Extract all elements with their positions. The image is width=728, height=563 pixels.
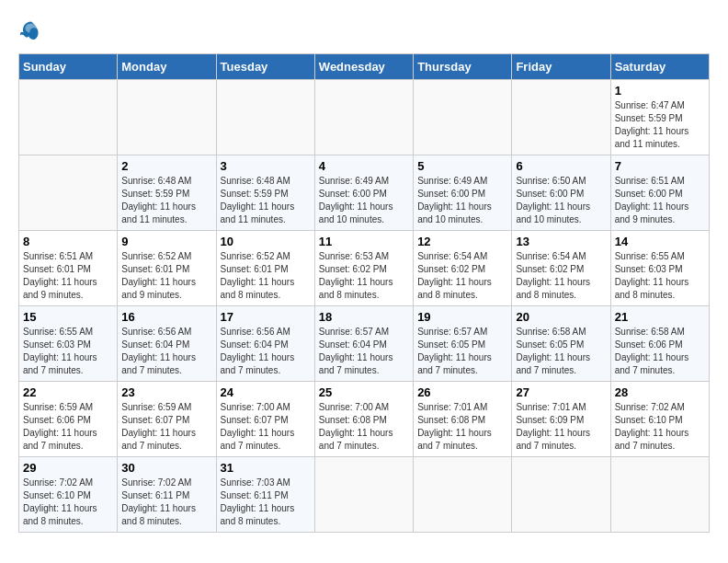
day-cell: 25 Sunrise: 7:00 AMSunset: 6:08 PMDaylig… (314, 382, 413, 457)
day-cell: 22 Sunrise: 6:59 AMSunset: 6:06 PMDaylig… (19, 382, 118, 457)
day-number: 11 (319, 235, 409, 248)
day-cell: 14 Sunrise: 6:55 AMSunset: 6:03 PMDaylig… (610, 231, 709, 306)
empty-day-cell (414, 80, 512, 155)
day-info: Sunrise: 6:52 AMSunset: 6:01 PMDaylight:… (121, 251, 196, 300)
day-info: Sunrise: 7:00 AMSunset: 6:07 PMDaylight:… (221, 402, 295, 451)
day-info: Sunrise: 6:55 AMSunset: 6:03 PMDaylight:… (615, 251, 689, 300)
day-number: 1 (615, 84, 705, 98)
day-cell: 1 Sunrise: 6:47 AMSunset: 5:59 PMDayligh… (610, 80, 709, 155)
day-cell: 5 Sunrise: 6:49 AMSunset: 6:00 PMDayligh… (414, 155, 512, 231)
day-info: Sunrise: 6:56 AMSunset: 6:04 PMDaylight:… (121, 327, 196, 375)
day-number: 13 (516, 235, 606, 248)
day-info: Sunrise: 6:57 AMSunset: 6:05 PMDaylight:… (417, 327, 492, 375)
weekday-header: Tuesday (216, 54, 314, 80)
empty-day-cell (512, 80, 610, 155)
day-number: 25 (319, 385, 409, 399)
day-cell: 8 Sunrise: 6:51 AMSunset: 6:01 PMDayligh… (19, 231, 118, 306)
day-number: 22 (23, 385, 113, 399)
day-info: Sunrise: 6:51 AMSunset: 6:01 PMDaylight:… (23, 251, 97, 300)
day-number: 23 (121, 385, 211, 399)
day-cell: 11 Sunrise: 6:53 AMSunset: 6:02 PMDaylig… (314, 231, 413, 306)
day-info: Sunrise: 7:02 AMSunset: 6:10 PMDaylight:… (615, 402, 689, 451)
day-info: Sunrise: 6:57 AMSunset: 6:04 PMDaylight:… (319, 327, 393, 375)
day-number: 9 (121, 235, 211, 248)
empty-day-cell (414, 457, 512, 533)
page-header (18, 18, 710, 44)
day-number: 4 (319, 159, 409, 173)
weekday-header: Wednesday (314, 54, 413, 80)
day-info: Sunrise: 6:51 AMSunset: 6:00 PMDaylight:… (615, 176, 689, 224)
empty-day-cell (314, 457, 413, 533)
day-cell: 6 Sunrise: 6:50 AMSunset: 6:00 PMDayligh… (512, 155, 610, 231)
day-info: Sunrise: 6:47 AMSunset: 5:59 PMDaylight:… (615, 100, 689, 149)
day-cell: 7 Sunrise: 6:51 AMSunset: 6:00 PMDayligh… (610, 155, 709, 231)
day-number: 2 (121, 159, 211, 173)
day-cell: 29 Sunrise: 7:02 AMSunset: 6:10 PMDaylig… (19, 457, 118, 533)
day-number: 6 (516, 159, 606, 173)
day-number: 27 (516, 385, 606, 399)
day-number: 21 (615, 310, 705, 324)
day-info: Sunrise: 6:48 AMSunset: 5:59 PMDaylight:… (121, 176, 196, 224)
day-number: 19 (417, 310, 507, 324)
empty-day-cell (314, 80, 413, 155)
day-cell: 19 Sunrise: 6:57 AMSunset: 6:05 PMDaylig… (414, 306, 512, 382)
day-cell: 3 Sunrise: 6:48 AMSunset: 5:59 PMDayligh… (216, 155, 314, 231)
day-number: 18 (319, 310, 409, 324)
day-number: 24 (221, 385, 311, 399)
day-cell: 2 Sunrise: 6:48 AMSunset: 5:59 PMDayligh… (118, 155, 216, 231)
day-number: 14 (615, 235, 705, 248)
day-cell: 31 Sunrise: 7:03 AMSunset: 6:11 PMDaylig… (216, 457, 314, 533)
day-info: Sunrise: 6:56 AMSunset: 6:04 PMDaylight:… (221, 327, 295, 375)
day-info: Sunrise: 6:58 AMSunset: 6:05 PMDaylight:… (516, 327, 590, 375)
day-info: Sunrise: 6:55 AMSunset: 6:03 PMDaylight:… (23, 327, 97, 375)
day-cell: 9 Sunrise: 6:52 AMSunset: 6:01 PMDayligh… (118, 231, 216, 306)
day-info: Sunrise: 6:58 AMSunset: 6:06 PMDaylight:… (615, 327, 689, 375)
day-info: Sunrise: 6:59 AMSunset: 6:07 PMDaylight:… (121, 402, 196, 451)
weekday-header: Saturday (610, 54, 709, 80)
day-number: 31 (221, 461, 311, 475)
calendar-week-row: 2 Sunrise: 6:48 AMSunset: 5:59 PMDayligh… (19, 155, 710, 231)
day-cell: 16 Sunrise: 6:56 AMSunset: 6:04 PMDaylig… (118, 306, 216, 382)
day-info: Sunrise: 6:53 AMSunset: 6:02 PMDaylight:… (319, 251, 393, 300)
day-cell: 24 Sunrise: 7:00 AMSunset: 6:07 PMDaylig… (216, 382, 314, 457)
empty-day-cell (610, 457, 709, 533)
day-cell: 15 Sunrise: 6:55 AMSunset: 6:03 PMDaylig… (19, 306, 118, 382)
day-number: 5 (417, 159, 507, 173)
day-number: 16 (121, 310, 211, 324)
day-cell: 30 Sunrise: 7:02 AMSunset: 6:11 PMDaylig… (118, 457, 216, 533)
day-cell: 23 Sunrise: 6:59 AMSunset: 6:07 PMDaylig… (118, 382, 216, 457)
calendar-table: SundayMondayTuesdayWednesdayThursdayFrid… (18, 53, 710, 533)
empty-day-cell (118, 80, 216, 155)
day-number: 20 (516, 310, 606, 324)
weekday-header: Sunday (19, 54, 118, 80)
day-info: Sunrise: 6:48 AMSunset: 5:59 PMDaylight:… (221, 176, 295, 224)
day-cell: 28 Sunrise: 7:02 AMSunset: 6:10 PMDaylig… (610, 382, 709, 457)
day-info: Sunrise: 7:03 AMSunset: 6:11 PMDaylight:… (221, 477, 295, 526)
day-cell: 17 Sunrise: 6:56 AMSunset: 6:04 PMDaylig… (216, 306, 314, 382)
empty-day-cell (512, 457, 610, 533)
empty-day-cell (19, 80, 118, 155)
day-cell: 20 Sunrise: 6:58 AMSunset: 6:05 PMDaylig… (512, 306, 610, 382)
calendar-week-row: 8 Sunrise: 6:51 AMSunset: 6:01 PMDayligh… (19, 231, 710, 306)
weekday-header: Thursday (414, 54, 512, 80)
day-cell: 18 Sunrise: 6:57 AMSunset: 6:04 PMDaylig… (314, 306, 413, 382)
day-number: 17 (221, 310, 311, 324)
day-number: 26 (417, 385, 507, 399)
day-number: 15 (23, 310, 113, 324)
calendar-week-row: 22 Sunrise: 6:59 AMSunset: 6:06 PMDaylig… (19, 382, 710, 457)
day-info: Sunrise: 6:49 AMSunset: 6:00 PMDaylight:… (319, 176, 393, 224)
day-info: Sunrise: 6:54 AMSunset: 6:02 PMDaylight:… (417, 251, 492, 300)
empty-day-cell (19, 155, 118, 231)
day-info: Sunrise: 6:59 AMSunset: 6:06 PMDaylight:… (23, 402, 97, 451)
empty-day-cell (216, 80, 314, 155)
weekday-header: Monday (118, 54, 216, 80)
day-number: 8 (23, 235, 113, 248)
day-info: Sunrise: 6:54 AMSunset: 6:02 PMDaylight:… (516, 251, 590, 300)
day-cell: 27 Sunrise: 7:01 AMSunset: 6:09 PMDaylig… (512, 382, 610, 457)
weekday-header-row: SundayMondayTuesdayWednesdayThursdayFrid… (19, 54, 710, 80)
calendar-week-row: 29 Sunrise: 7:02 AMSunset: 6:10 PMDaylig… (19, 457, 710, 533)
logo (18, 18, 48, 44)
day-number: 12 (417, 235, 507, 248)
day-number: 28 (615, 385, 705, 399)
day-info: Sunrise: 7:00 AMSunset: 6:08 PMDaylight:… (319, 402, 393, 451)
